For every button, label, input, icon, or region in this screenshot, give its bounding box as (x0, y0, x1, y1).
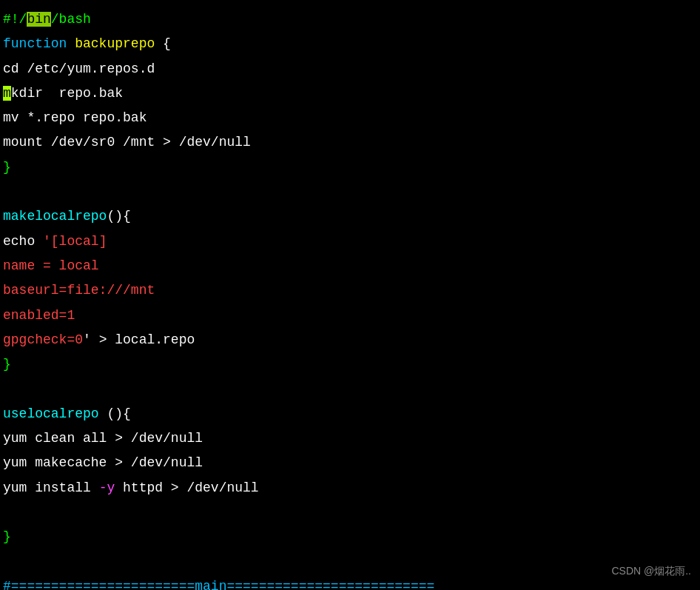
line-empty3 (3, 500, 694, 525)
line-empty1 (3, 180, 694, 204)
line-empty4 (3, 550, 694, 574)
line-makelocalrepo-def: makelocalrepo(){ (3, 204, 694, 229)
line-baseurl: baseurl=file:///mnt (3, 278, 694, 303)
line-brace1: } (3, 155, 694, 180)
line-gpgcheck: gpgcheck=0' > local.repo (3, 328, 694, 352)
line-function-backuprepo: function backuprepo { (3, 32, 694, 56)
line-mkdir: mkdir repo.bak (3, 81, 694, 106)
line-brace2: } (3, 352, 694, 377)
line-echo: echo '[local] (3, 229, 694, 254)
line-empty2 (3, 377, 694, 401)
line-enabled: enabled=1 (3, 304, 694, 328)
line-mv: mv *.repo repo.bak (3, 106, 694, 130)
code-editor: #!/bin/bash function backuprepo { cd /et… (0, 0, 700, 590)
line-brace3: } (3, 525, 694, 549)
watermark: CSDN @烟花雨.. (611, 562, 691, 581)
line-uselocalrepo-def: uselocalrepo (){ (3, 402, 694, 426)
line-comment-main: #=======================main============… (3, 574, 694, 590)
line-yum-clean: yum clean all > /dev/null (3, 426, 694, 451)
line-shebang: #!/bin/bash (3, 7, 694, 32)
line-name: name = local (3, 254, 694, 278)
line-yum-makecache: yum makecache > /dev/null (3, 451, 694, 475)
line-mount: mount /dev/sr0 /mnt > /dev/null (3, 130, 694, 155)
line-yum-install: yum install -y httpd > /dev/null (3, 476, 694, 500)
line-cd: cd /etc/yum.repos.d (3, 57, 694, 81)
